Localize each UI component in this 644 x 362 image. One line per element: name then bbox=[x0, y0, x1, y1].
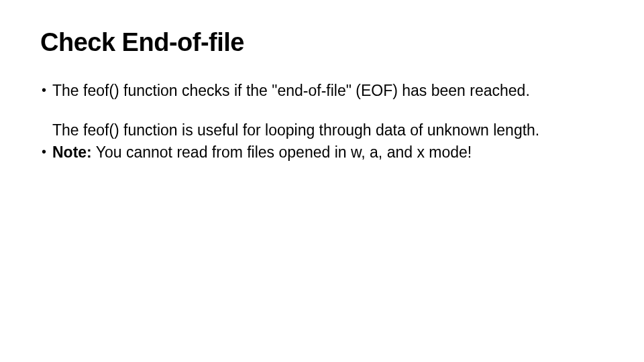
note-text: You cannot read from files opened in w, … bbox=[92, 143, 472, 161]
indent-paragraph: The feof() function is useful for loopin… bbox=[40, 121, 604, 140]
slide-content: • The feof() function checks if the "end… bbox=[40, 81, 604, 162]
bullet-marker-icon: • bbox=[40, 81, 52, 101]
bullet-1-text: The feof() function checks if the "end-o… bbox=[52, 81, 604, 101]
note-label: Note: bbox=[52, 143, 92, 161]
bullet-marker-icon: • bbox=[40, 143, 52, 162]
slide-title: Check End-of-file bbox=[40, 28, 604, 57]
bullet-item-2: • Note: You cannot read from files opene… bbox=[40, 143, 604, 162]
bullet-item-1: • The feof() function checks if the "end… bbox=[40, 81, 604, 101]
blank-line bbox=[40, 105, 604, 121]
bullet-2-text: Note: You cannot read from files opened … bbox=[52, 143, 604, 162]
